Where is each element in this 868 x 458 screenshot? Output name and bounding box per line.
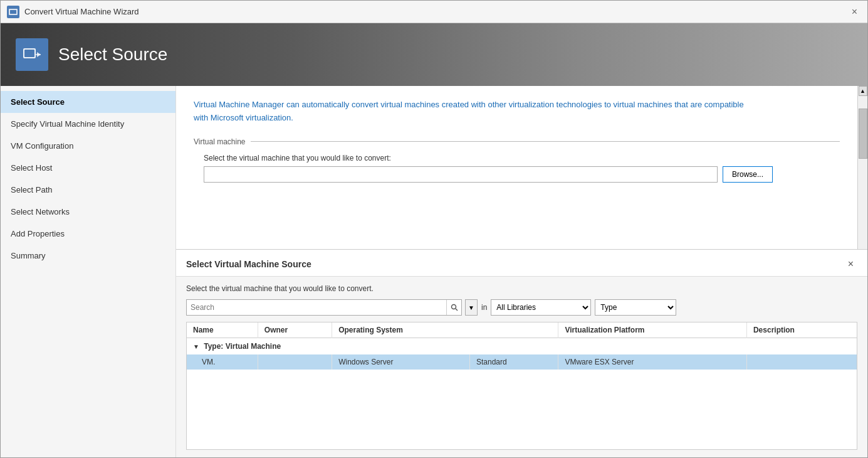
app-icon (7, 6, 19, 18)
table-header-row: Name Owner Operating System Virtualizati… (187, 322, 857, 338)
sub-dialog-body: Select the virtual machine that you woul… (176, 277, 867, 457)
main-content: Select Source Specify Virtual Machine Id… (1, 86, 867, 457)
col-owner: Owner (258, 322, 332, 338)
in-label: in (481, 303, 487, 312)
window-title: Convert Virtual Machine Wizard (24, 7, 139, 16)
sub-dialog-title-row: Select Virtual Machine Source × (176, 250, 867, 277)
search-dropdown-button[interactable]: ▼ (465, 299, 478, 316)
vm-table-container: Name Owner Operating System Virtualizati… (186, 322, 857, 450)
sidebar-item-select-path[interactable]: Select Path (1, 179, 175, 201)
search-icon (451, 304, 458, 311)
field-label: Select the virtual machine that you woul… (204, 154, 840, 162)
browse-button[interactable]: Browse... (723, 166, 773, 183)
sidebar-item-select-source[interactable]: Select Source (1, 91, 175, 113)
library-dropdown[interactable]: All Libraries Library 1 Library 2 (491, 299, 591, 316)
type-dropdown[interactable]: Type Virtual Machine Template (595, 299, 676, 316)
svg-rect-2 (10, 10, 16, 14)
section-title-row: Virtual machine (194, 137, 840, 146)
svg-rect-4 (24, 50, 34, 57)
svg-line-7 (456, 309, 458, 311)
cell-virt-platform: VMware ESX Server (558, 354, 747, 370)
cell-os-edition: Standard (469, 354, 558, 370)
sub-dialog-desc: Select the virtual machine that you woul… (186, 284, 857, 293)
content-area: Virtual Machine Manager can automaticall… (176, 86, 867, 457)
vm-table: Name Owner Operating System Virtualizati… (187, 322, 857, 370)
sidebar-item-select-networks[interactable]: Select Networks (1, 201, 175, 223)
group-row-virtual-machine: ▼ Type: Virtual Machine (187, 338, 857, 355)
col-virt-platform: Virtualization Platform (558, 322, 747, 338)
cell-name: VM. (187, 354, 258, 370)
sidebar-item-summary[interactable]: Summary (1, 245, 175, 267)
col-description: Description (746, 322, 857, 338)
search-icon-button[interactable] (446, 300, 461, 315)
search-row: ▼ in All Libraries Library 1 Library 2 T… (186, 299, 857, 316)
sidebar-item-vm-configuration[interactable]: VM Configuration (1, 135, 175, 157)
sidebar-item-select-host[interactable]: Select Host (1, 157, 175, 179)
table-row[interactable]: VM. Windows Server Standard VMware ESX S… (187, 354, 857, 370)
title-bar: Convert Virtual Machine Wizard × (1, 1, 867, 23)
search-input-wrapper (186, 299, 462, 316)
section-title: Virtual machine (194, 137, 251, 146)
sub-dialog-title: Select Virtual Machine Source (186, 259, 311, 269)
input-row: Browse... (204, 166, 840, 183)
scrollbar-thumb[interactable] (859, 109, 867, 159)
intro-text: Virtual Machine Manager can automaticall… (194, 99, 758, 125)
main-window: Convert Virtual Machine Wizard × Select … (0, 0, 868, 458)
group-row-label: Type: Virtual Machine (204, 342, 281, 351)
header-banner: Select Source (1, 23, 867, 86)
section-line (251, 141, 840, 142)
expand-icon: ▼ (193, 343, 199, 350)
cell-owner (258, 354, 332, 370)
header-title: Select Source (58, 45, 167, 65)
sidebar-item-specify-vm-identity[interactable]: Specify Virtual Machine Identity (1, 113, 175, 135)
sub-dialog-close-button[interactable]: × (844, 257, 857, 271)
col-os: Operating System (332, 322, 558, 338)
vm-path-input[interactable] (204, 166, 718, 183)
search-input[interactable] (187, 300, 446, 315)
sidebar: Select Source Specify Virtual Machine Id… (1, 86, 176, 457)
header-convert-icon (22, 45, 42, 65)
sidebar-item-add-properties[interactable]: Add Properties (1, 223, 175, 245)
scrollbar-up-button[interactable]: ▲ (859, 86, 867, 96)
window-close-button[interactable]: × (848, 6, 861, 18)
header-icon-box (16, 38, 48, 71)
col-name: Name (187, 322, 258, 338)
cell-os: Windows Server (332, 354, 470, 370)
cell-description (746, 354, 857, 370)
svg-point-6 (451, 305, 456, 309)
sub-dialog: Select Virtual Machine Source × Select t… (176, 249, 867, 457)
title-bar-left: Convert Virtual Machine Wizard (7, 6, 139, 18)
